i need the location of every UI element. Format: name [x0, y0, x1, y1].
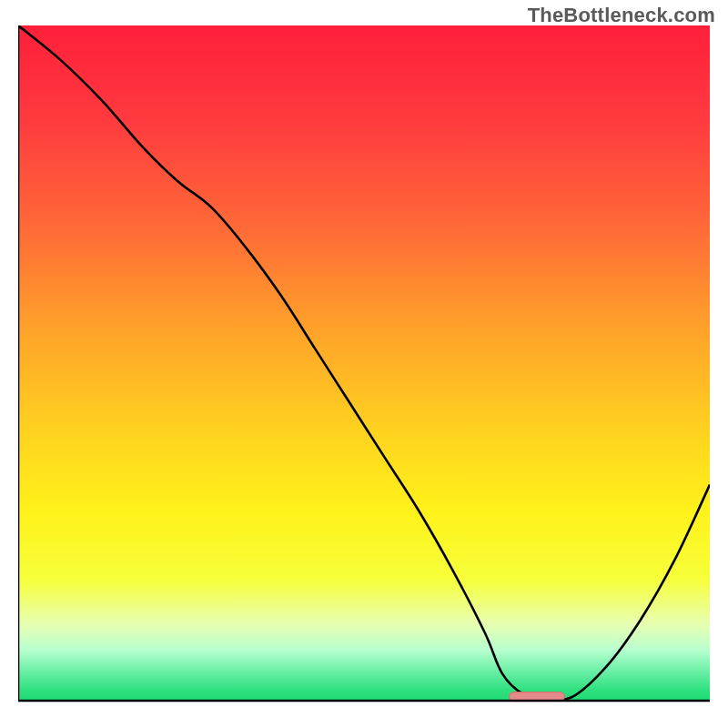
bottleneck-curve-chart	[18, 25, 710, 710]
chart-stage: TheBottleneck.com	[0, 0, 728, 728]
gradient-background	[18, 25, 710, 701]
watermark-text: TheBottleneck.com	[528, 4, 715, 27]
plot-area	[18, 25, 710, 710]
